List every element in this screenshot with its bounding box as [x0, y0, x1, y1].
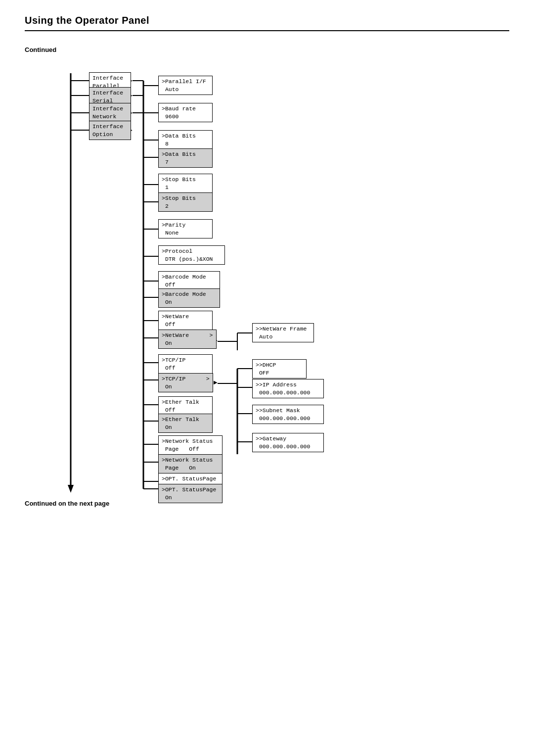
menu-data-bits-7: >Data Bits 7 [158, 148, 213, 168]
chapter-title: Using the Operator Panel [25, 15, 149, 26]
menu-ether-off: >Ether Talk Off [158, 396, 213, 416]
menu-netware-on: >NetWare > On [158, 330, 217, 349]
menu-netware-frame: >>NetWare Frame Auto [252, 323, 314, 342]
continued-label: Continued [25, 46, 509, 53]
menu-net-status-off: >Network Status Page Off [158, 435, 222, 455]
menu-tcp-off: >TCP/IP Off [158, 354, 213, 374]
menu-stop-bits-2: >Stop Bits 2 [158, 192, 213, 212]
menu-barcode-off: >Barcode Mode Off [158, 271, 220, 290]
menu-dhcp: >>DHCP OFF [252, 359, 307, 378]
continued-next-label: Continued on the next page [25, 500, 109, 507]
menu-ether-on: >Ether Talk On [158, 414, 213, 433]
menu-ip-address: >>IP Address 000.000.000.000 [252, 379, 324, 398]
svg-text:▶: ▶ [214, 380, 218, 385]
menu-interface-option: Interface Option [89, 121, 131, 140]
diagram-area: ▶ ▶ ▶ ▶ ▶ ▶ Interface Parallel Interface… [25, 58, 509, 543]
menu-parity: >Parity None [158, 219, 213, 238]
menu-data-bits-8: >Data Bits 8 [158, 130, 213, 149]
menu-interface-network: Interface Network [89, 103, 131, 122]
menu-gateway: >>Gateway 000.000.000.000 [252, 433, 324, 452]
menu-tcp-on: >TCP/IP > On [158, 373, 213, 392]
menu-opt-on: >OPT. StatusPage On [158, 484, 222, 503]
menu-stop-bits-1: >Stop Bits 1 [158, 174, 213, 193]
menu-barcode-on: >Barcode Mode On [158, 288, 220, 308]
menu-netware-off: >NetWare Off [158, 311, 213, 330]
svg-marker-1 [68, 485, 74, 493]
menu-parallel-if: >Parallel I/F Auto [158, 76, 213, 95]
menu-baud-rate: >Baud rate 9600 [158, 103, 213, 122]
menu-protocol: >Protocol DTR (pos.)&XON [158, 245, 225, 265]
chapter-header: Using the Operator Panel [25, 15, 509, 31]
menu-subnet-mask: >>Subnet Mask 000.000.000.000 [252, 405, 324, 424]
menu-net-status-on: >Network Status Page On [158, 454, 222, 473]
